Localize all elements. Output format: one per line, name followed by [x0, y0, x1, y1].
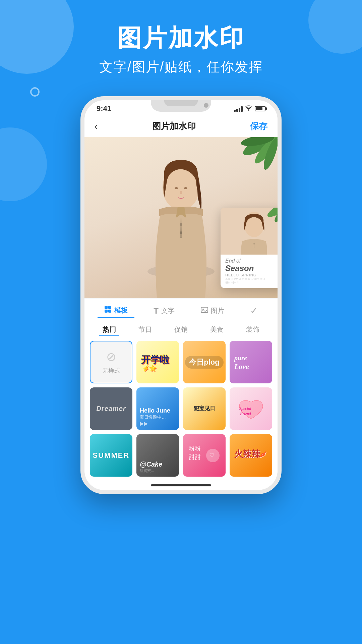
template-dreamer[interactable]: Dreamer [90, 387, 132, 430]
app-header: ‹ 图片加水印 保存 [84, 117, 278, 137]
no-style-label: 无样式 [102, 367, 120, 375]
svg-rect-20 [108, 310, 111, 313]
home-indicator [84, 482, 278, 490]
svg-text:火辣辣: 火辣辣 [234, 449, 261, 459]
template-hello-june[interactable]: Hello June 夏日慢跑中… ▶▶ [136, 387, 179, 430]
hot-label: 火辣辣 🌶 [233, 439, 269, 471]
phone-wrapper: 9:41 [0, 96, 362, 494]
hero-title: 图片加水印 [0, 23, 362, 52]
svg-rect-19 [105, 310, 108, 313]
svg-point-11 [180, 191, 182, 194]
cat-food[interactable]: 美食 [207, 324, 227, 336]
tabs-row: 模板 T 文字 图片 [84, 303, 278, 318]
svg-text:Love: Love [234, 362, 249, 371]
svg-text:⚡: ⚡ [143, 365, 149, 372]
preview-photo [221, 208, 278, 255]
template-cake[interactable]: @Cake 甜蜜蜜... [136, 434, 179, 477]
preview-small-text1: 스물다섯번째 여름을 맞이한 소녀 [225, 277, 278, 281]
signal-bar-3 [239, 108, 240, 112]
hero-section: 图片加水印 文字/图片/贴纸，任你发挥 [0, 0, 362, 90]
wifi-icon [245, 105, 252, 112]
tab-check[interactable]: ✓ [243, 303, 264, 318]
cake-sub: 甜蜜蜜... [140, 468, 154, 473]
notch-camera [204, 103, 208, 108]
svg-text:甜甜: 甜甜 [189, 454, 201, 461]
preview-card-text: End of Season HELLO SPRING 스물다섯번째 여름을 맞이… [221, 255, 278, 288]
tab-template-label: 模板 [114, 306, 128, 315]
signal-icon [234, 106, 243, 112]
cat-deco[interactable]: 装饰 [243, 324, 263, 336]
tab-text[interactable]: T 文字 [147, 304, 181, 318]
status-time: 9:41 [97, 104, 111, 113]
svg-text:♡: ♡ [209, 452, 214, 458]
notch-bump [151, 100, 211, 112]
school-label: 开学啦 ⚡ ⭐ [139, 346, 176, 378]
svg-rect-18 [108, 306, 111, 309]
hello-june-dots: ▶▶ [140, 420, 148, 427]
hero-subtitle: 文字/图片/贴纸，任你发挥 [0, 58, 362, 76]
battery-fill [256, 107, 262, 110]
tab-image[interactable]: 图片 [194, 304, 231, 318]
template-pink[interactable]: 粉粉 甜甜 ♡ [183, 434, 226, 477]
palm-leaves [231, 137, 278, 177]
svg-text:Friend: Friend [240, 412, 251, 416]
status-icons [234, 105, 265, 112]
plog-label: 今日plog [185, 356, 223, 369]
svg-text:⭐: ⭐ [149, 365, 156, 372]
phone-inner: 9:41 [84, 100, 278, 490]
hello-june-label: Hello June [140, 407, 170, 414]
back-button[interactable]: ‹ [95, 121, 98, 132]
signal-bar-1 [234, 110, 236, 112]
text-icon: T [154, 306, 159, 316]
today-label: 犯宝见日 [194, 405, 215, 412]
svg-point-5 [180, 223, 182, 226]
dreamer-label: Dreamer [96, 405, 126, 413]
save-button[interactable]: 保存 [250, 120, 267, 132]
tab-text-label: 文字 [161, 306, 175, 315]
svg-text:Special: Special [239, 406, 251, 411]
svg-text:pure: pure [234, 354, 247, 362]
cat-promo[interactable]: 促销 [171, 324, 191, 336]
svg-rect-17 [105, 306, 108, 309]
status-bar: 9:41 [84, 100, 278, 117]
svg-text:🌶: 🌶 [259, 451, 266, 458]
category-tabs: 热门 节日 促销 美食 装饰 [84, 320, 278, 337]
tab-template[interactable]: 模板 [98, 304, 134, 318]
love-label: pure Love [233, 346, 269, 378]
woman-figure [131, 144, 231, 298]
preview-card: End of Season HELLO SPRING 스물다섯번째 여름을 맞이… [221, 208, 278, 288]
battery-icon [255, 106, 265, 111]
tab-image-label: 图片 [211, 306, 224, 315]
preview-season-text: Season [225, 264, 278, 273]
no-style-icon: ⊘ [106, 350, 116, 364]
preview-hello-text: HELLO SPRING [225, 273, 278, 277]
svg-point-10 [184, 187, 187, 189]
preview-end-text: End of [225, 258, 278, 264]
photo-area: End of Season HELLO SPRING 스물다섯번째 여름을 맞이… [84, 137, 278, 298]
template-love[interactable]: pure Love [230, 341, 272, 383]
svg-point-16 [253, 243, 255, 245]
template-today[interactable]: 犯宝见日 [183, 387, 226, 430]
preview-small-text2: 만의 이야기 [225, 281, 278, 284]
template-summer[interactable]: SUMMER [90, 434, 132, 477]
template-school[interactable]: 开学啦 ⚡ ⭐ [136, 341, 179, 383]
signal-bar-4 [241, 106, 243, 112]
hello-june-sub: 夏日慢跑中… [140, 414, 166, 420]
template-special[interactable]: Special Friend [230, 387, 272, 430]
template-no-style[interactable]: ⊘ 无样式 [90, 341, 132, 383]
signal-bar-2 [236, 109, 238, 112]
phone-mockup: 9:41 [80, 96, 282, 494]
svg-text:开学啦: 开学啦 [141, 355, 170, 365]
svg-text:粉粉: 粉粉 [189, 445, 201, 452]
template-hot-chili[interactable]: 火辣辣 🌶 [230, 434, 272, 477]
photo-content: End of Season HELLO SPRING 스물다섯번째 여름을 맞이… [84, 137, 278, 298]
template-icon [104, 306, 112, 315]
cake-label: @Cake [140, 461, 162, 468]
cat-holiday[interactable]: 节日 [135, 324, 155, 336]
svg-rect-21 [201, 307, 208, 313]
check-icon: ✓ [250, 305, 258, 316]
svg-point-6 [180, 231, 182, 234]
notch-speaker [164, 100, 198, 106]
cat-hot[interactable]: 热门 [99, 324, 119, 336]
template-plog[interactable]: 今日plog [183, 341, 226, 383]
